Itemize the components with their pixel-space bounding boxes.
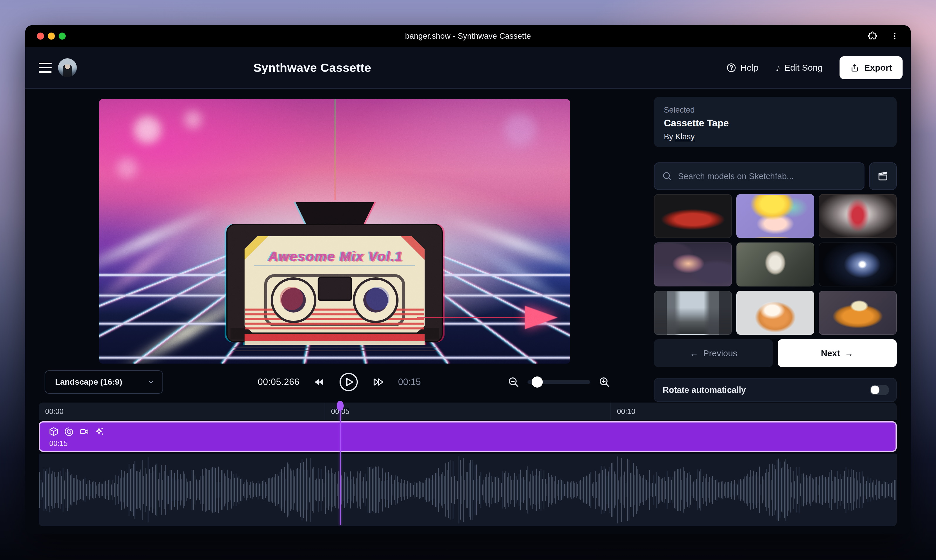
transport-controls: 00:05.266 00:15 [258, 370, 421, 394]
next-button[interactable]: Next → [777, 339, 897, 367]
total-duration: 00:15 [398, 377, 421, 387]
circle-question-icon [726, 63, 736, 73]
help-label: Help [740, 63, 759, 73]
ruler-tick-line [325, 403, 325, 420]
by-prefix: By [664, 132, 673, 141]
kebab-menu-icon[interactable] [890, 31, 900, 41]
ruler-tick: 00:00 [45, 407, 64, 416]
spiral-icon [64, 426, 74, 437]
sparkles-icon [94, 426, 105, 437]
cassette-label-text: Awesome Mix Vol.1 [268, 249, 403, 264]
model-author-line: By Klasy [664, 132, 887, 141]
model-thumbnail[interactable] [654, 194, 732, 238]
app-window: banger.show - Synthwave Cassette Synthwa… [25, 25, 911, 534]
toggle-knob[interactable] [871, 386, 879, 394]
selected-label: Selected [664, 106, 887, 115]
timeline-zoom-slider[interactable] [528, 380, 590, 384]
search-row [654, 162, 897, 190]
arrow-right-icon: → [845, 348, 854, 358]
pink-arrow [525, 306, 558, 329]
author-link[interactable]: Klasy [675, 132, 695, 141]
bokeh-light [184, 111, 202, 128]
aspect-ratio-value: Landscape (16:9) [55, 377, 122, 387]
edit-song-label: Edit Song [784, 63, 822, 73]
aspect-ratio-select[interactable]: Landscape (16:9) [45, 370, 163, 394]
model-thumbnail[interactable] [819, 291, 897, 335]
model-thumbnail[interactable] [654, 243, 732, 286]
video-camera-icon [79, 426, 89, 437]
model-thumbnail[interactable] [654, 291, 732, 335]
maximize-icon[interactable] [58, 32, 66, 40]
export-label: Export [864, 63, 892, 73]
edit-song-button[interactable]: ♪ Edit Song [776, 63, 822, 73]
clip-icons [49, 426, 105, 437]
rewind-button[interactable] [313, 376, 325, 388]
zoom-in-icon[interactable] [599, 376, 610, 388]
model-thumbnail[interactable] [736, 194, 814, 238]
bokeh-light [117, 158, 137, 178]
timeline: 00:00 00:05 00:10 [39, 403, 897, 527]
chevron-down-icon [147, 378, 155, 386]
cube-3d-icon [49, 426, 58, 437]
ruler-tick-line [611, 403, 611, 420]
window-title: banger.show - Synthwave Cassette [405, 32, 531, 41]
timeline-ruler[interactable]: 00:00 00:05 00:10 [39, 403, 897, 420]
next-label: Next [821, 348, 840, 358]
minimize-icon[interactable] [48, 32, 55, 40]
close-icon[interactable] [37, 32, 44, 40]
playhead-line [340, 409, 341, 525]
playback-controls: Landscape (16:9) 00:05.266 00:15 [45, 370, 610, 394]
cassette-3d-model: Awesome Mix Vol.1 Awesome Mix Vol.1 Awes… [222, 202, 448, 357]
model-grid [654, 194, 897, 335]
model-thumbnail[interactable] [736, 243, 814, 286]
video-preview-viewport[interactable]: Awesome Mix Vol.1 Awesome Mix Vol.1 Awes… [99, 99, 570, 363]
audio-waveform[interactable] [39, 454, 897, 526]
current-time: 00:05.266 [258, 377, 299, 387]
clip-duration: 00:15 [49, 439, 68, 448]
previous-button[interactable]: ← Previous [654, 339, 773, 367]
clapperboard-icon[interactable] [869, 162, 897, 190]
music-note-icon: ♪ [776, 63, 780, 72]
zoom-out-icon[interactable] [508, 376, 519, 388]
zoom-slider-knob[interactable] [532, 377, 543, 388]
share-export-icon [850, 63, 859, 72]
model-sidebar: Selected Cassette Tape By Klasy [654, 97, 897, 402]
glitch-red-line [417, 317, 526, 318]
titlebar-actions [867, 31, 900, 41]
rotate-label: Rotate automatically [663, 385, 746, 395]
fast-forward-button[interactable] [372, 376, 385, 388]
window-controls [37, 32, 66, 40]
help-button[interactable]: Help [726, 63, 759, 73]
hamburger-menu-icon[interactable] [39, 63, 52, 73]
avatar[interactable] [58, 58, 77, 77]
search-icon [662, 171, 672, 181]
play-button[interactable] [339, 372, 359, 392]
export-button[interactable]: Export [839, 56, 902, 79]
model-thumbnail[interactable] [736, 291, 814, 335]
window-titlebar: banger.show - Synthwave Cassette [25, 25, 911, 47]
selected-model-card: Selected Cassette Tape By Klasy [654, 97, 897, 147]
search-box[interactable] [654, 162, 864, 190]
rotate-toggle[interactable] [870, 385, 889, 395]
search-input[interactable] [678, 172, 856, 181]
rotate-setting-card: Rotate automatically [654, 378, 897, 402]
zoom-controls [508, 370, 610, 394]
video-clip[interactable]: 00:15 [39, 421, 897, 452]
bokeh-light [134, 117, 161, 143]
model-thumbnail[interactable] [819, 243, 897, 286]
app-header: Synthwave Cassette Help ♪ Edit Song [25, 47, 911, 89]
pagination-row: ← Previous Next → [654, 339, 897, 367]
bokeh-light [504, 114, 536, 146]
extensions-puzzle-icon[interactable] [867, 31, 878, 41]
selected-model-name: Cassette Tape [664, 118, 887, 129]
model-thumbnail[interactable] [819, 194, 897, 238]
glitch-scanline [334, 99, 336, 200]
header-actions: Help ♪ Edit Song Export [726, 47, 902, 88]
previous-label: Previous [703, 348, 737, 358]
ruler-tick: 00:10 [617, 407, 636, 416]
arrow-left-icon: ← [690, 348, 699, 358]
page-title: Synthwave Cassette [253, 61, 371, 74]
